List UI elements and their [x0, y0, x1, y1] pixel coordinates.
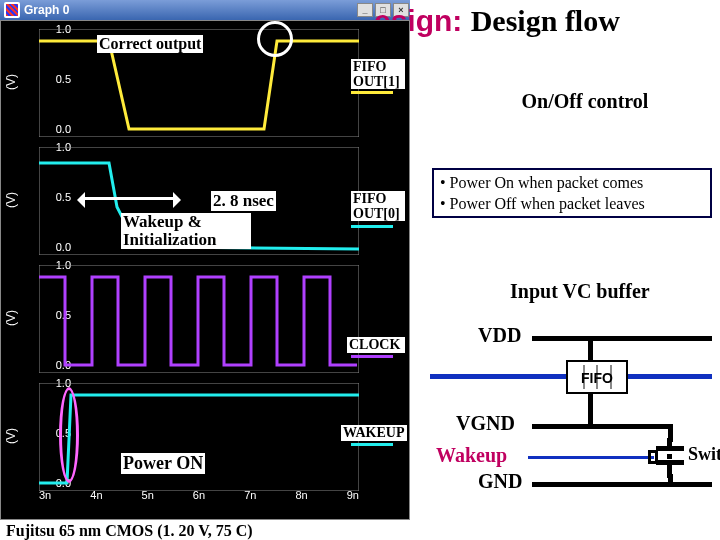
y-axis-label: (V) — [4, 192, 18, 208]
x-tick: 6n — [193, 489, 205, 501]
blue-wire — [626, 374, 712, 379]
legend-swatch — [351, 225, 393, 228]
vc-buffer-heading: Input VC buffer — [510, 280, 650, 303]
power-switch-icon — [656, 438, 684, 478]
y-axis-label: (V) — [4, 428, 18, 444]
y-axis-label: (V) — [4, 74, 18, 90]
wire — [668, 474, 673, 484]
y-axis-label: (V) — [4, 310, 18, 326]
legend-swatch — [351, 91, 393, 94]
annotation-correct-output: Correct output — [97, 35, 203, 53]
app-icon — [4, 2, 20, 18]
onoff-description: • Power On when packet comes • Power Off… — [432, 168, 712, 218]
title-subtitle: Design flow — [471, 4, 620, 37]
legend-swatch — [351, 443, 393, 446]
window-titlebar: Graph 0 _ □ × — [0, 0, 410, 20]
window-title: Graph 0 — [24, 3, 69, 17]
signal-label-clock: CLOCK — [347, 337, 405, 353]
x-tick: 4n — [90, 489, 102, 501]
vdd-label: VDD — [478, 324, 521, 347]
highlight-circle-icon — [257, 21, 293, 57]
x-tick: 9n — [347, 489, 359, 501]
signal-label-fifo1: FIFO OUT[1] — [351, 59, 405, 89]
onoff-line2: • Power Off when packet leaves — [440, 193, 704, 214]
wakeup-wire — [528, 456, 654, 459]
x-axis: 3n 4n 5n 6n 7n 8n 9n — [39, 489, 359, 501]
highlight-oval-icon — [59, 387, 79, 483]
vgnd-label: VGND — [456, 412, 515, 435]
circuit-diagram: VDD FIFO VGND Wakeup Switch GND — [420, 316, 716, 516]
fifo-block: FIFO — [566, 360, 628, 394]
annotation-wake-init: Wakeup & Initialization — [121, 213, 251, 249]
plot-wakeup: (V) 1.0 0.5 0.0 — [39, 383, 359, 491]
wire — [588, 394, 593, 424]
x-tick: 8n — [295, 489, 307, 501]
x-tick: 7n — [244, 489, 256, 501]
double-arrow-icon — [83, 197, 175, 200]
gnd-rail — [532, 482, 712, 487]
onoff-heading: On/Off control — [470, 90, 700, 113]
waveform-panel: (V) 1.0 0.5 0.0 Correct output FIFO OUT[… — [0, 20, 410, 520]
vgnd-rail — [532, 424, 672, 429]
onoff-line1: • Power On when packet comes — [440, 172, 704, 193]
process-caption: Fujitsu 65 nm CMOS (1. 20 V, 75 C) — [6, 522, 253, 540]
wakeup-label: Wakeup — [436, 444, 507, 467]
x-tick: 5n — [142, 489, 154, 501]
svg-rect-3 — [39, 383, 359, 491]
annotation-wake-time: 2. 8 nsec — [211, 191, 276, 211]
fifo-label: FIFO — [568, 370, 626, 386]
legend-swatch — [351, 355, 393, 358]
blue-wire — [430, 374, 566, 379]
plot-clock: (V) 1.0 0.5 0.0 — [39, 265, 359, 373]
switch-label: Switch — [688, 444, 720, 465]
slide-title: esign: Design flow — [374, 4, 620, 38]
gnd-label: GND — [478, 470, 522, 493]
x-tick: 3n — [39, 489, 51, 501]
vdd-rail — [532, 336, 712, 341]
minimize-button[interactable]: _ — [357, 3, 373, 17]
signal-label-wakeup: WAKEUP — [341, 425, 407, 441]
annotation-power-on: Power ON — [121, 453, 205, 474]
signal-label-fifo0: FIFO OUT[0] — [351, 191, 405, 221]
